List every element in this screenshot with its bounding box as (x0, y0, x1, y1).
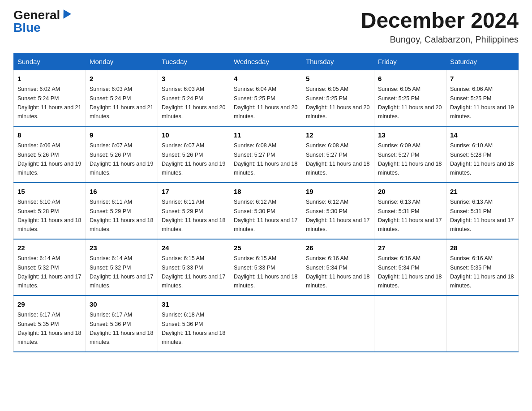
calendar-cell: 17Sunrise: 6:11 AMSunset: 5:29 PMDayligh… (158, 183, 230, 239)
day-info: Sunrise: 6:12 AMSunset: 5:30 PMDaylight:… (234, 199, 297, 232)
day-info: Sunrise: 6:10 AMSunset: 5:28 PMDaylight:… (450, 142, 514, 176)
location-subtitle: Bungoy, Calabarzon, Philippines (361, 34, 519, 45)
calendar-cell: 26Sunrise: 6:16 AMSunset: 5:34 PMDayligh… (302, 239, 374, 295)
calendar-cell: 11Sunrise: 6:08 AMSunset: 5:27 PMDayligh… (230, 126, 302, 183)
day-number: 2 (90, 74, 154, 84)
calendar-cell: 31Sunrise: 6:18 AMSunset: 5:36 PMDayligh… (158, 295, 230, 352)
day-number: 21 (450, 187, 515, 197)
day-number: 16 (90, 187, 154, 197)
day-info: Sunrise: 6:10 AMSunset: 5:28 PMDaylight:… (17, 199, 81, 232)
day-number: 25 (234, 243, 298, 253)
calendar-cell: 20Sunrise: 6:13 AMSunset: 5:31 PMDayligh… (374, 183, 446, 239)
day-number: 31 (162, 300, 226, 310)
day-number: 17 (162, 187, 226, 197)
day-info: Sunrise: 6:07 AMSunset: 5:26 PMDaylight:… (90, 142, 153, 176)
day-number: 15 (17, 187, 82, 197)
day-number: 13 (378, 130, 442, 141)
logo-triangle-icon (60, 9, 71, 21)
week-row-4: 22Sunrise: 6:14 AMSunset: 5:32 PMDayligh… (14, 239, 519, 295)
day-info: Sunrise: 6:17 AMSunset: 5:35 PMDaylight:… (17, 312, 81, 345)
week-row-1: 1Sunrise: 6:02 AMSunset: 5:24 PMDaylight… (14, 70, 519, 126)
calendar-cell: 23Sunrise: 6:14 AMSunset: 5:32 PMDayligh… (86, 239, 158, 295)
day-info: Sunrise: 6:03 AMSunset: 5:24 PMDaylight:… (162, 86, 225, 120)
day-number: 24 (162, 243, 226, 253)
day-number: 6 (378, 74, 442, 84)
day-info: Sunrise: 6:14 AMSunset: 5:32 PMDaylight:… (90, 255, 153, 289)
calendar-cell: 16Sunrise: 6:11 AMSunset: 5:29 PMDayligh… (86, 183, 158, 239)
week-row-2: 8Sunrise: 6:06 AMSunset: 5:26 PMDaylight… (14, 126, 519, 183)
day-number: 9 (90, 130, 154, 141)
logo: General Blue (13, 9, 70, 34)
week-row-5: 29Sunrise: 6:17 AMSunset: 5:35 PMDayligh… (14, 295, 519, 352)
calendar-cell: 12Sunrise: 6:08 AMSunset: 5:27 PMDayligh… (302, 126, 374, 183)
calendar-cell: 15Sunrise: 6:10 AMSunset: 5:28 PMDayligh… (14, 183, 86, 239)
calendar-cell: 14Sunrise: 6:10 AMSunset: 5:28 PMDayligh… (446, 126, 519, 183)
day-info: Sunrise: 6:05 AMSunset: 5:25 PMDaylight:… (378, 86, 442, 120)
day-info: Sunrise: 6:16 AMSunset: 5:34 PMDaylight:… (306, 255, 369, 289)
calendar-cell: 24Sunrise: 6:15 AMSunset: 5:33 PMDayligh… (158, 239, 230, 295)
calendar-cell: 27Sunrise: 6:16 AMSunset: 5:34 PMDayligh… (374, 239, 446, 295)
day-number: 23 (90, 243, 154, 253)
title-area: December 2024 Bungoy, Calabarzon, Philip… (361, 9, 519, 45)
calendar-cell (302, 295, 374, 352)
day-number: 1 (17, 74, 82, 84)
day-number: 22 (17, 243, 82, 253)
day-info: Sunrise: 6:05 AMSunset: 5:25 PMDaylight:… (306, 86, 369, 120)
day-number: 5 (306, 74, 370, 84)
day-number: 20 (378, 187, 442, 197)
header-friday: Friday (374, 53, 446, 70)
calendar-cell: 1Sunrise: 6:02 AMSunset: 5:24 PMDaylight… (14, 70, 86, 126)
calendar-cell: 5Sunrise: 6:05 AMSunset: 5:25 PMDaylight… (302, 70, 374, 126)
calendar-table: SundayMondayTuesdayWednesdayThursdayFrid… (13, 53, 519, 352)
day-info: Sunrise: 6:08 AMSunset: 5:27 PMDaylight:… (234, 142, 297, 176)
day-number: 28 (450, 243, 515, 253)
calendar-cell (230, 295, 302, 352)
week-row-3: 15Sunrise: 6:10 AMSunset: 5:28 PMDayligh… (14, 183, 519, 239)
day-info: Sunrise: 6:16 AMSunset: 5:34 PMDaylight:… (378, 255, 442, 289)
day-info: Sunrise: 6:18 AMSunset: 5:36 PMDaylight:… (162, 312, 225, 345)
day-info: Sunrise: 6:06 AMSunset: 5:26 PMDaylight:… (17, 142, 81, 176)
calendar-cell: 2Sunrise: 6:03 AMSunset: 5:24 PMDaylight… (86, 70, 158, 126)
calendar-cell: 6Sunrise: 6:05 AMSunset: 5:25 PMDaylight… (374, 70, 446, 126)
day-number: 14 (450, 130, 515, 141)
day-info: Sunrise: 6:13 AMSunset: 5:31 PMDaylight:… (450, 199, 514, 232)
day-number: 19 (306, 187, 370, 197)
day-info: Sunrise: 6:04 AMSunset: 5:25 PMDaylight:… (234, 86, 297, 120)
header-wednesday: Wednesday (230, 53, 302, 70)
calendar-cell: 28Sunrise: 6:16 AMSunset: 5:35 PMDayligh… (446, 239, 519, 295)
calendar-cell: 18Sunrise: 6:12 AMSunset: 5:30 PMDayligh… (230, 183, 302, 239)
calendar-cell: 7Sunrise: 6:06 AMSunset: 5:25 PMDaylight… (446, 70, 519, 126)
page-header: General Blue December 2024 Bungoy, Calab… (13, 9, 519, 45)
day-info: Sunrise: 6:11 AMSunset: 5:29 PMDaylight:… (162, 199, 225, 232)
day-number: 10 (162, 130, 226, 141)
day-info: Sunrise: 6:14 AMSunset: 5:32 PMDaylight:… (17, 255, 81, 289)
day-number: 29 (17, 300, 82, 310)
day-number: 26 (306, 243, 370, 253)
day-number: 3 (162, 74, 226, 84)
day-number: 7 (450, 74, 515, 84)
calendar-cell: 29Sunrise: 6:17 AMSunset: 5:35 PMDayligh… (14, 295, 86, 352)
day-number: 27 (378, 243, 442, 253)
day-info: Sunrise: 6:11 AMSunset: 5:29 PMDaylight:… (90, 199, 153, 232)
day-info: Sunrise: 6:12 AMSunset: 5:30 PMDaylight:… (306, 199, 369, 232)
calendar-cell: 21Sunrise: 6:13 AMSunset: 5:31 PMDayligh… (446, 183, 519, 239)
month-year-title: December 2024 (361, 9, 519, 33)
calendar-cell: 9Sunrise: 6:07 AMSunset: 5:26 PMDaylight… (86, 126, 158, 183)
day-number: 18 (234, 187, 298, 197)
day-number: 30 (90, 300, 154, 310)
day-info: Sunrise: 6:16 AMSunset: 5:35 PMDaylight:… (450, 255, 514, 289)
day-number: 12 (306, 130, 370, 141)
header-sunday: Sunday (14, 53, 86, 70)
day-info: Sunrise: 6:17 AMSunset: 5:36 PMDaylight:… (90, 312, 153, 345)
day-info: Sunrise: 6:02 AMSunset: 5:24 PMDaylight:… (17, 86, 81, 120)
calendar-cell: 3Sunrise: 6:03 AMSunset: 5:24 PMDaylight… (158, 70, 230, 126)
calendar-cell: 10Sunrise: 6:07 AMSunset: 5:26 PMDayligh… (158, 126, 230, 183)
logo-blue-text: Blue (13, 21, 41, 34)
calendar-cell: 13Sunrise: 6:09 AMSunset: 5:27 PMDayligh… (374, 126, 446, 183)
day-info: Sunrise: 6:03 AMSunset: 5:24 PMDaylight:… (90, 86, 153, 120)
day-info: Sunrise: 6:13 AMSunset: 5:31 PMDaylight:… (378, 199, 442, 232)
calendar-cell: 8Sunrise: 6:06 AMSunset: 5:26 PMDaylight… (14, 126, 86, 183)
calendar-header-row: SundayMondayTuesdayWednesdayThursdayFrid… (14, 53, 519, 70)
header-saturday: Saturday (446, 53, 519, 70)
header-thursday: Thursday (302, 53, 374, 70)
